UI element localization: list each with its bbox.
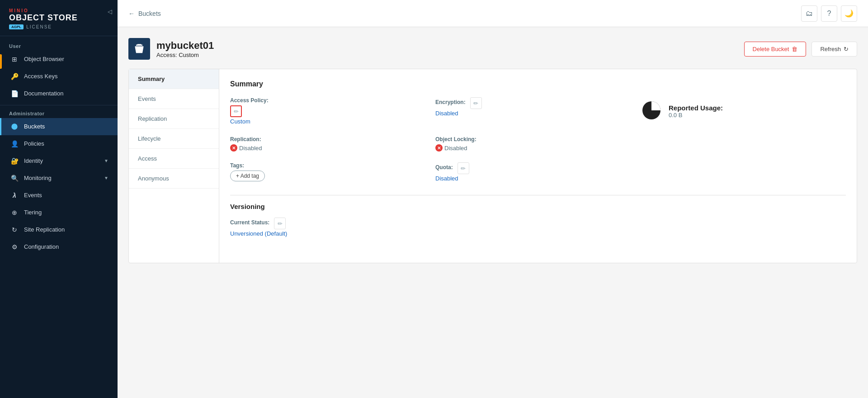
edit-encryption-button[interactable]: ✏: [470, 97, 482, 109]
identity-chevron-icon: ▼: [104, 158, 108, 163]
content-area: mybucket01 Access: Custom Delete Bucket …: [118, 27, 868, 398]
encryption-item: Encryption: ✏ Disabled: [435, 97, 641, 125]
buckets-icon: [10, 123, 19, 131]
sidebar-item-label: Configuration: [24, 243, 59, 250]
sidebar-item-configuration[interactable]: ⚙ Configuration: [0, 238, 118, 256]
access-policy-item: Access Policy: ✏ Custom: [230, 97, 435, 125]
delete-bucket-label: Delete Bucket: [753, 46, 789, 52]
breadcrumb-arrow[interactable]: ←: [128, 10, 135, 17]
refresh-icon: ↻: [844, 46, 849, 52]
sidebar-item-label: Site Replication: [24, 226, 65, 233]
logo-license-badge: AGPL: [9, 24, 24, 29]
theme-icon: 🌙: [844, 9, 854, 18]
theme-button[interactable]: 🌙: [841, 5, 857, 22]
monitoring-icon: 🔍: [10, 174, 19, 182]
access-policy-value[interactable]: Custom: [230, 118, 250, 125]
logo-license-text: LICENSE: [26, 24, 52, 29]
panel-nav-events[interactable]: Events: [129, 89, 219, 109]
sidebar-item-tiering[interactable]: ⊕ Tiering: [0, 204, 118, 221]
panel-nav-access[interactable]: Access: [129, 149, 219, 169]
sidebar-item-label: Policies: [24, 140, 44, 147]
main-area: ← Buckets 🗂 ? 🌙: [118, 0, 868, 398]
sidebar-item-object-browser[interactable]: ⊞ Object Browser: [0, 51, 118, 68]
folder-button[interactable]: 🗂: [801, 5, 817, 22]
reported-usage-value: 0.0 B: [669, 112, 723, 118]
access-policy-row: ✏: [230, 105, 435, 117]
admin-section-label: Administrator: [0, 108, 118, 118]
quota-value[interactable]: Disabled: [435, 175, 458, 182]
sidebar-item-site-replication[interactable]: ↻ Site Replication: [0, 221, 118, 238]
refresh-label: Refresh: [820, 46, 841, 52]
sidebar-collapse-btn[interactable]: ◁: [108, 8, 112, 15]
panel-nav-replication[interactable]: Replication: [129, 109, 219, 129]
bucket-title-area: mybucket01 Access: Custom: [128, 38, 214, 60]
versioning-title: Versioning: [230, 195, 846, 210]
delete-bucket-button[interactable]: Delete Bucket 🗑: [744, 42, 807, 57]
current-status-row: Current Status: ✏: [230, 218, 846, 229]
reported-usage-item: Reported Usage: 0.0 B: [641, 97, 846, 125]
encryption-row: Encryption: ✏: [435, 97, 641, 109]
help-icon: ?: [827, 9, 831, 18]
sidebar-item-access-keys[interactable]: 🔑 Access Keys: [0, 68, 118, 85]
quota-row: Quota: ✏: [435, 162, 641, 174]
tiering-icon: ⊕: [10, 208, 19, 217]
configuration-icon: ⚙: [10, 243, 19, 251]
bucket-access: Access: Custom: [156, 52, 214, 58]
bucket-header: mybucket01 Access: Custom Delete Bucket …: [128, 38, 857, 60]
sidebar-item-identity[interactable]: 🔐 Identity ▼: [0, 152, 118, 170]
svg-point-0: [11, 123, 17, 129]
sidebar-item-label: Object Browser: [24, 56, 64, 62]
sidebar-item-policies[interactable]: 👤 Policies: [0, 135, 118, 152]
usage-pie-chart: [641, 100, 662, 123]
panel-nav-summary[interactable]: Summary: [129, 69, 219, 89]
current-status-value[interactable]: Unversioned (Default): [230, 230, 287, 237]
versioning-section: Versioning Current Status: ✏ Unversioned…: [230, 195, 846, 237]
logo-brand: MINIO: [9, 8, 108, 13]
sidebar-item-label: Access Keys: [24, 73, 57, 80]
help-button[interactable]: ?: [821, 5, 837, 22]
edit-quota-button[interactable]: ✏: [458, 162, 469, 174]
breadcrumb-text[interactable]: Buckets: [138, 10, 161, 17]
encryption-label: Encryption:: [435, 99, 466, 105]
access-policy-label: Access Policy:: [230, 97, 435, 104]
sidebar-item-label: Buckets: [24, 123, 45, 130]
sidebar-item-events[interactable]: λ Events: [0, 187, 118, 204]
svg-rect-1: [137, 44, 141, 45]
encryption-value[interactable]: Disabled: [435, 110, 458, 117]
add-tag-button[interactable]: + Add tag: [230, 171, 265, 181]
summary-title: Summary: [230, 80, 846, 88]
current-status-item: Current Status: ✏ Unversioned (Default): [230, 218, 846, 237]
edit-versioning-button[interactable]: ✏: [274, 218, 286, 229]
policies-icon: 👤: [10, 140, 19, 148]
panel-nav-lifecycle[interactable]: Lifecycle: [129, 129, 219, 149]
sidebar-item-monitoring[interactable]: 🔍 Monitoring ▼: [0, 170, 118, 187]
sidebar-item-documentation[interactable]: 📄 Documentation: [0, 85, 118, 102]
replication-status: ✕ Disabled: [230, 144, 435, 152]
sidebar: MINIO OBJECT STORE AGPL LICENSE ◁ User ⊞…: [0, 0, 118, 398]
object-locking-value: Disabled: [444, 145, 467, 152]
current-status-label: Current Status:: [230, 219, 269, 226]
quota-label: Quota:: [435, 164, 453, 171]
panel-nav-anonymous[interactable]: Anonymous: [129, 169, 219, 189]
user-section-label: User: [0, 38, 118, 51]
monitoring-chevron-icon: ▼: [104, 175, 108, 180]
quota-item: Quota: ✏ Disabled: [435, 162, 641, 182]
edit-access-policy-button[interactable]: ✏: [230, 105, 242, 117]
sidebar-item-buckets[interactable]: Buckets: [0, 118, 118, 135]
panel-nav: Summary Events Replication Lifecycle Acc…: [129, 69, 219, 263]
object-locking-label: Object Locking:: [435, 136, 641, 142]
folder-icon: 🗂: [806, 9, 813, 18]
bucket-name: mybucket01: [156, 40, 214, 52]
topbar-actions: 🗂 ? 🌙: [801, 5, 857, 22]
replication-item: Replication: ✕ Disabled: [230, 136, 435, 152]
refresh-button[interactable]: Refresh ↻: [811, 42, 857, 57]
logo-product: OBJECT STORE: [9, 13, 108, 23]
bucket-actions: Delete Bucket 🗑 Refresh ↻: [744, 42, 857, 57]
bucket-icon: [128, 38, 150, 60]
topbar: ← Buckets 🗂 ? 🌙: [118, 0, 868, 27]
object-browser-icon: ⊞: [10, 55, 19, 63]
sidebar-item-label: Identity: [24, 157, 43, 164]
sidebar-item-label: Documentation: [24, 90, 63, 97]
object-locking-status: ✕ Disabled: [435, 144, 641, 152]
access-keys-icon: 🔑: [10, 72, 19, 81]
